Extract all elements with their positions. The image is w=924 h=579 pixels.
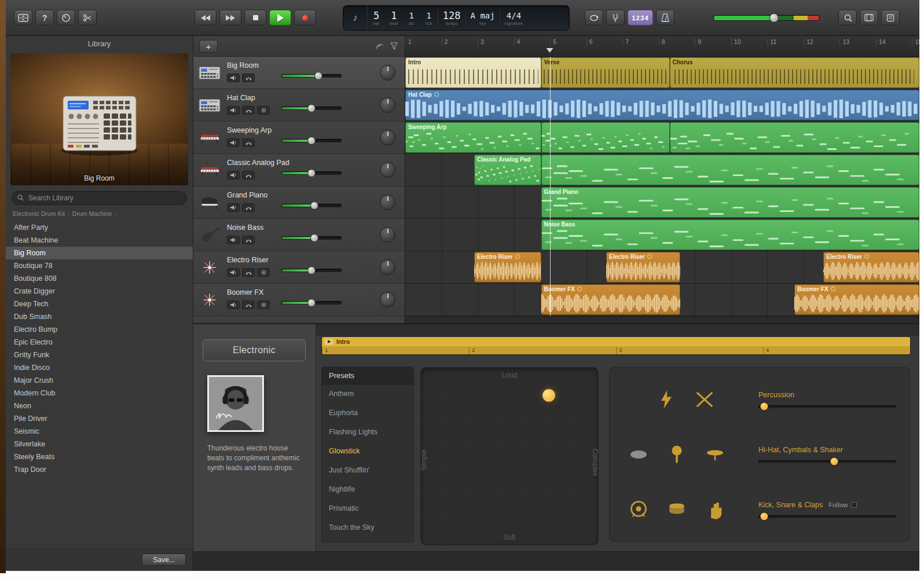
kick-drum-icon[interactable] <box>628 499 650 521</box>
apple-loops-button[interactable] <box>838 10 857 25</box>
region[interactable]: Electro Riser <box>606 252 680 283</box>
region[interactable]: Electro Riser <box>474 252 541 283</box>
track-header[interactable]: Electro Riser <box>193 251 405 284</box>
cymbal-icon[interactable] <box>704 444 726 466</box>
timeline-lane[interactable]: Noise Bass <box>405 219 919 251</box>
library-list-item[interactable]: Boutique 808 <box>6 272 193 285</box>
editors-button[interactable] <box>78 10 97 25</box>
library-search-field[interactable] <box>12 191 187 205</box>
region[interactable]: Sweeping Arp <box>405 122 541 153</box>
solo-button[interactable] <box>242 106 255 115</box>
library-list-item[interactable]: Indie Disco <box>6 361 193 374</box>
mute-button[interactable] <box>227 236 240 244</box>
genre-button[interactable]: Electronic <box>203 339 306 361</box>
tuner-button[interactable] <box>606 10 625 25</box>
track-volume-slider[interactable] <box>281 72 342 80</box>
track-filter-button[interactable] <box>390 42 398 52</box>
region-play-icon[interactable] <box>325 339 333 345</box>
mute-button[interactable] <box>227 203 240 212</box>
track-volume-slider[interactable] <box>281 169 342 177</box>
timeline-lane[interactable]: IntroVerseChorus <box>405 57 919 89</box>
note-pad-button[interactable] <box>881 10 900 25</box>
track-header[interactable]: Boomer FX <box>193 284 405 316</box>
track-volume-slider[interactable] <box>281 234 342 242</box>
library-list-item[interactable]: Epic Electro <box>6 336 193 349</box>
solo-button[interactable] <box>242 236 255 244</box>
library-list-item[interactable]: Pile Driver <box>6 412 193 425</box>
track-volume-slider[interactable] <box>281 104 342 112</box>
track-volume-slider[interactable] <box>281 201 342 210</box>
preset-item[interactable]: Flashing Lights <box>322 423 413 442</box>
library-list-item[interactable]: Dub Smash <box>6 310 193 323</box>
save-button[interactable]: Save... <box>142 554 186 566</box>
library-list-item[interactable]: Silverlake <box>6 438 193 450</box>
volume-handle[interactable] <box>307 299 316 307</box>
region[interactable] <box>541 155 919 185</box>
solo-button[interactable] <box>242 301 255 309</box>
mute-button[interactable] <box>227 74 240 82</box>
region[interactable]: Chorus <box>670 57 919 88</box>
control-slider[interactable] <box>758 515 896 518</box>
follow-checkbox[interactable] <box>851 502 857 508</box>
library-list-item[interactable]: Electro Bump <box>6 323 193 336</box>
library-list-item[interactable]: Trap Door <box>6 463 193 476</box>
track-volume-slider[interactable] <box>281 137 342 145</box>
slider-handle[interactable] <box>760 403 768 411</box>
volume-handle[interactable] <box>307 137 316 145</box>
stop-button[interactable] <box>244 10 266 25</box>
pan-knob[interactable] <box>380 162 395 178</box>
region[interactable]: Boomer FX <box>541 284 681 315</box>
forward-button[interactable] <box>219 10 241 25</box>
editor-region-ruler[interactable]: Intro 1234 <box>322 337 910 354</box>
region[interactable]: Boomer FX <box>794 284 919 315</box>
region[interactable] <box>541 122 670 153</box>
volume-handle[interactable] <box>307 169 316 177</box>
master-volume-handle[interactable] <box>769 13 779 23</box>
lcd-mode-icon[interactable]: ♪ <box>343 6 368 30</box>
timeline-lane[interactable]: Electro RiserElectro RiserElectro Riser <box>405 251 919 284</box>
horizontal-scrollbar[interactable] <box>405 316 919 323</box>
pan-knob[interactable] <box>380 227 395 243</box>
playhead-marker-icon[interactable] <box>547 48 553 56</box>
track-header[interactable]: Grand Piano <box>193 186 405 219</box>
control-slider[interactable] <box>758 460 896 463</box>
rewind-button[interactable] <box>195 10 217 25</box>
slider-handle[interactable] <box>830 458 838 466</box>
library-list-item[interactable]: After Party <box>6 221 193 234</box>
shaker-icon[interactable] <box>628 444 650 466</box>
library-list-item[interactable]: Big Room <box>6 247 193 259</box>
library-list-item[interactable]: Deep Tech <box>6 298 193 310</box>
region[interactable]: Electro Riser <box>823 252 919 283</box>
region[interactable]: Verse <box>541 57 670 88</box>
metronome-button[interactable] <box>656 10 674 25</box>
playhead[interactable] <box>550 57 551 316</box>
record-button[interactable] <box>294 10 316 25</box>
region[interactable]: Grand Piano <box>541 187 919 218</box>
mute-button[interactable] <box>227 268 240 277</box>
library-list-item[interactable]: Boutique 78 <box>6 259 193 272</box>
control-slider[interactable] <box>758 405 896 408</box>
pan-knob[interactable] <box>380 97 395 113</box>
pan-knob[interactable] <box>380 292 395 307</box>
solo-button[interactable] <box>242 203 255 212</box>
input-button[interactable] <box>257 106 270 115</box>
region[interactable]: Hat Clap <box>405 90 919 120</box>
snare-drum-icon[interactable] <box>666 499 688 521</box>
preset-item[interactable]: Touch the Sky <box>322 518 413 537</box>
claps-icon[interactable] <box>704 499 726 521</box>
slider-handle[interactable] <box>760 513 768 521</box>
breadcrumb-item[interactable]: Electronic Drum Kit <box>13 210 65 217</box>
solo-button[interactable] <box>242 268 255 277</box>
solo-button[interactable] <box>242 171 255 179</box>
cycle-button[interactable] <box>585 10 603 25</box>
mute-button[interactable] <box>227 171 240 179</box>
play-button[interactable] <box>269 10 291 25</box>
track-header[interactable]: Classic Analog Pad <box>193 154 405 186</box>
preset-item[interactable]: Nightlife <box>322 480 413 499</box>
volume-handle[interactable] <box>310 201 318 210</box>
timeline-lane[interactable]: Classic Analog Pad <box>405 154 919 186</box>
library-toggle-button[interactable] <box>14 10 32 25</box>
add-track-button[interactable]: + <box>199 40 218 53</box>
volume-handle[interactable] <box>307 266 316 274</box>
mute-button[interactable] <box>227 138 240 147</box>
